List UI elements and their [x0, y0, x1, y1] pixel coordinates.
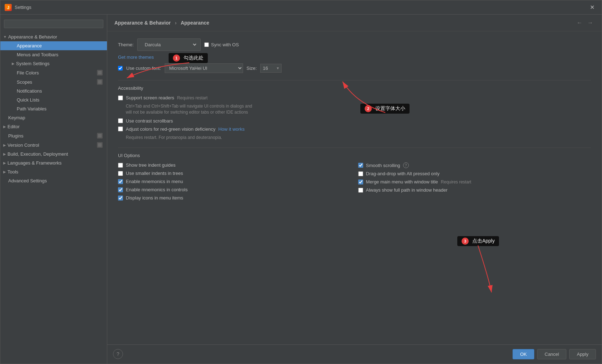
sidebar-item-keymap[interactable]: Keymap [0, 113, 107, 122]
theme-section: Theme: Darcula IntelliJ Light High Contr… [118, 38, 591, 73]
sidebar-item-label: Notifications [17, 88, 42, 94]
smooth-scrolling-help-icon[interactable]: ? [403, 162, 409, 168]
expand-icon: ▶ [3, 161, 6, 165]
sidebar-item-tools[interactable]: ▶Tools [0, 167, 107, 176]
window-title: Settings [15, 5, 31, 10]
sidebar-item-version-control[interactable]: ▶Version Control [0, 140, 107, 150]
sidebar-item-scopes[interactable]: Scopes [0, 77, 107, 87]
display-icons-checkbox[interactable] [118, 196, 123, 201]
sidebar-badge [97, 142, 103, 148]
smooth-scrolling-row: Smooth scrolling ? [358, 162, 591, 168]
breadcrumb-bar: Appearance & Behavior › Appearance ← → [107, 15, 602, 31]
get-more-themes[interactable]: Get more themes [118, 54, 154, 60]
sidebar-item-label: Keymap [8, 115, 25, 120]
search-input[interactable] [4, 20, 103, 28]
size-input[interactable] [263, 66, 275, 71]
sidebar-item-notifications[interactable]: Notifications [0, 87, 107, 95]
custom-font-row: Use custom font: Microsoft YaHei UI Size… [118, 63, 591, 73]
contrast-scrollbars-label: Use contrast scrollbars [126, 118, 173, 124]
smooth-scrolling-checkbox[interactable] [358, 163, 363, 168]
sidebar-item-path-variables[interactable]: Path Variables [0, 104, 107, 113]
mnemonics-controls-checkbox[interactable] [118, 187, 123, 192]
apply-button[interactable]: Apply [569, 349, 596, 359]
svg-rect-5 [98, 143, 102, 147]
ui-options-grid: Show tree indent guides Use smaller inde… [118, 162, 591, 203]
size-spinner-icon[interactable]: ▼ [276, 66, 279, 70]
drag-drop-row: Drag-and-drop with Alt pressed only [358, 171, 591, 176]
full-path-checkbox[interactable] [358, 188, 363, 193]
nav-arrows: ← → [575, 19, 595, 27]
mnemonics-menu-checkbox[interactable] [118, 179, 123, 184]
sidebar-item-label: Scopes [17, 79, 32, 85]
theme-row: Theme: Darcula IntelliJ Light High Contr… [118, 38, 591, 51]
cancel-button[interactable]: Cancel [537, 349, 566, 359]
merge-menu-row: Merge main menu with window title Requir… [358, 179, 591, 184]
sidebar-badge [97, 79, 103, 85]
sidebar-badge [97, 133, 103, 139]
theme-select[interactable]: Darcula IntelliJ Light High Contrast [140, 40, 197, 49]
title-bar: J Settings ✕ [0, 0, 602, 15]
contrast-scrollbars-checkbox[interactable] [118, 118, 123, 123]
screen-readers-checkbox[interactable] [118, 95, 123, 100]
sidebar-item-languages-frameworks[interactable]: ▶Languages & Frameworks [0, 158, 107, 167]
svg-rect-2 [98, 71, 102, 74]
tree-indent-label: Show tree indent guides [126, 162, 175, 168]
size-box[interactable]: ▼ [260, 64, 282, 73]
font-select[interactable]: Microsoft YaHei UI [165, 63, 243, 73]
sidebar-item-menus-toolbars[interactable]: Menus and Toolbars [0, 50, 107, 59]
how-it-works-link[interactable]: How it works [218, 126, 245, 132]
expand-icon: ▶ [3, 170, 6, 174]
drag-drop-label: Drag-and-drop with Alt pressed only [366, 171, 440, 176]
sidebar-item-label: Path Variables [17, 106, 47, 111]
sidebar-item-label: Editor [7, 124, 20, 129]
merge-menu-checkbox[interactable] [358, 180, 363, 184]
nav-forward[interactable]: → [586, 19, 595, 27]
sidebar: ▼Appearance & BehaviorAppearanceMenus an… [0, 15, 107, 364]
sidebar-item-file-colors[interactable]: File Colors [0, 68, 107, 77]
expand-icon: ▶ [3, 143, 6, 147]
ok-button[interactable]: OK [513, 349, 534, 359]
sidebar-item-plugins[interactable]: Plugins [0, 131, 107, 140]
sidebar-item-appearance[interactable]: Appearance [0, 41, 107, 50]
custom-font-checkbox[interactable] [118, 66, 123, 71]
sidebar-item-label: Languages & Frameworks [7, 160, 62, 166]
sidebar-item-quick-lists[interactable]: Quick Lists [0, 95, 107, 104]
screen-readers-label: Support screen readers [126, 95, 174, 100]
breadcrumb-parent[interactable]: Appearance & Behavior [114, 20, 171, 26]
color-deficiency-label: Adjust colors for red-green vision defic… [126, 126, 215, 132]
close-button[interactable]: ✕ [587, 2, 597, 12]
sidebar-item-appearance-behavior[interactable]: ▼Appearance & Behavior [0, 32, 107, 41]
merge-menu-label: Merge main menu with window title [366, 179, 438, 184]
sidebar-item-editor[interactable]: ▶Editor [0, 122, 107, 131]
bottom-bar: ? OK Cancel Apply [107, 344, 602, 364]
full-path-row: Always show full path in window header [358, 187, 591, 193]
color-deficiency-row: Adjust colors for red-green vision defic… [118, 126, 591, 132]
merge-menu-hint: Requires restart [441, 180, 471, 184]
tree-indent-checkbox[interactable] [118, 163, 123, 168]
breadcrumb: Appearance & Behavior › Appearance [114, 20, 209, 26]
accessibility-title: Accessibility [118, 85, 591, 91]
color-deficiency-desc: Requires restart. For protanopia and deu… [126, 135, 591, 141]
expand-icon: ▶ [3, 125, 6, 129]
smaller-indent-checkbox[interactable] [118, 171, 123, 176]
svg-rect-3 [98, 80, 102, 84]
color-deficiency-checkbox[interactable] [118, 126, 123, 131]
sidebar-item-label: Tools [7, 169, 18, 175]
nav-back[interactable]: ← [575, 19, 584, 27]
collapse-icon: ▼ [3, 35, 7, 39]
ui-options-left: Show tree indent guides Use smaller inde… [118, 162, 351, 203]
smaller-indent-label: Use smaller indents in trees [126, 171, 183, 176]
sidebar-item-label: Version Control [7, 142, 39, 148]
search-bar[interactable] [0, 17, 107, 30]
theme-label: Theme: [118, 42, 134, 47]
theme-select-wrap[interactable]: Darcula IntelliJ Light High Contrast [137, 38, 201, 51]
drag-drop-checkbox[interactable] [358, 171, 363, 176]
sync-row: Sync with OS [204, 42, 239, 47]
divider-1 [118, 80, 591, 80]
help-button[interactable]: ? [113, 349, 123, 359]
sidebar-item-build-execution[interactable]: ▶Build, Execution, Deployment [0, 150, 107, 158]
sidebar-item-advanced-settings[interactable]: Advanced Settings [0, 176, 107, 185]
sidebar-item-system-settings[interactable]: ▶System Settings [0, 59, 107, 68]
sync-checkbox[interactable] [204, 42, 209, 47]
screen-readers-hint: Requires restart [177, 95, 207, 100]
